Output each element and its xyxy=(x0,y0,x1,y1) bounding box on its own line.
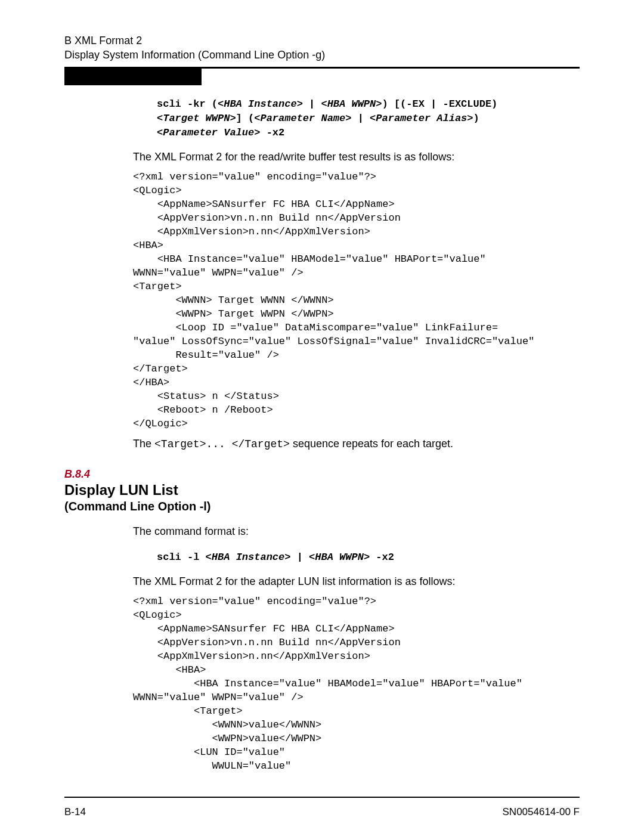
paragraph-intro-2: The XML Format 2 for the adapter LUN lis… xyxy=(133,574,580,589)
paragraph-cmd-intro: The command format is: xyxy=(133,524,580,538)
page-footer: B-14 SN0054614-00 F xyxy=(64,806,580,818)
header-line2: Display System Information (Command Line… xyxy=(64,48,580,62)
page-header: B XML Format 2 Display System Informatio… xyxy=(64,33,580,62)
redaction-bar xyxy=(64,69,202,85)
xml-listing-2: <?xml version="value" encoding="value"?>… xyxy=(133,594,580,773)
section-number: B.8.4 xyxy=(64,468,580,481)
inline-code: <Target>... </Target> xyxy=(154,438,290,450)
section-subtitle: (Command Line Option -l) xyxy=(64,500,580,513)
paragraph-intro-1: The XML Format 2 for the read/write buff… xyxy=(133,150,580,164)
header-line1: B XML Format 2 xyxy=(64,33,580,48)
paragraph-repeat-note: The <Target>... </Target> sequence repea… xyxy=(133,436,580,451)
command-syntax-2: scli -l <HBA Instance> | <HBA WWPN> -x2 xyxy=(157,550,580,565)
doc-id: SN0054614-00 F xyxy=(503,806,580,818)
footer-rule xyxy=(64,797,580,798)
section-title: Display LUN List xyxy=(64,482,580,498)
xml-listing-1: <?xml version="value" encoding="value"?>… xyxy=(133,170,580,431)
command-syntax-1: scli -kr (<HBA Instance> | <HBA WWPN>) [… xyxy=(157,97,580,140)
page-number: B-14 xyxy=(64,806,86,818)
